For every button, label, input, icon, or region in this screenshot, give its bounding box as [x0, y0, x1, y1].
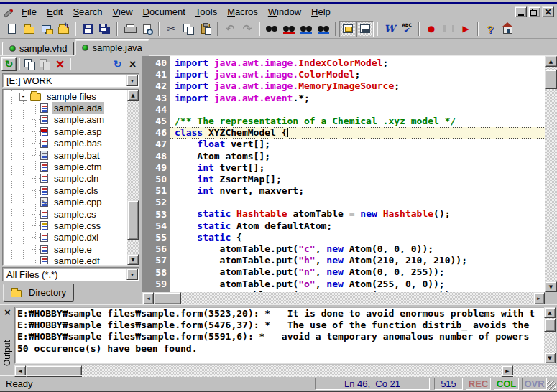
scroll-up-button[interactable] — [544, 307, 556, 318]
code-line-44[interactable] — [170, 104, 545, 116]
code-line-58[interactable]: atomTable.put("n", new Atom(0, 0, 255)); — [170, 266, 545, 278]
chevron-down-icon[interactable] — [126, 269, 138, 280]
output-vertical-scrollbar[interactable] — [544, 307, 556, 363]
new-document-button[interactable] — [3, 21, 20, 37]
code-line-49[interactable]: int tvert[]; — [170, 162, 545, 174]
output-line[interactable]: 50 occurence(s) have been found. — [17, 343, 543, 355]
drive-selector[interactable]: [E:] WORK — [2, 73, 139, 88]
pause-macro-button[interactable] — [440, 21, 457, 37]
toggle-output-window-button[interactable] — [356, 21, 374, 37]
tree-item-sample.css[interactable]: sample.css — [4, 220, 126, 231]
output-line[interactable]: E:₩HOBBY₩sample files₩sample.form(5476,3… — [17, 319, 543, 331]
save-button[interactable] — [79, 21, 96, 37]
scroll-up-button[interactable] — [545, 56, 557, 67]
code-line-48[interactable]: Atom atoms[]; — [170, 151, 545, 162]
scroll-down-button[interactable] — [545, 281, 557, 292]
tree-item-sample.bat[interactable]: sample.bat — [4, 149, 126, 161]
scrollbar-track[interactable] — [142, 292, 545, 304]
toggle-directory-window-button[interactable] — [339, 21, 356, 37]
code-line-41[interactable]: import java.awt.image.ColorModel; — [170, 69, 545, 80]
tree-item-sample.asp[interactable]: sample.asp — [4, 126, 126, 137]
output-content[interactable]: E:₩HOBBY₩sample files₩sample.form(3523,2… — [14, 307, 556, 364]
replace-button[interactable] — [280, 21, 298, 37]
code-view[interactable]: import java.awt.image.IndexColorModel;im… — [170, 56, 545, 292]
editor-horizontal-scrollbar[interactable] — [142, 292, 545, 304]
close-output-icon[interactable]: × — [4, 307, 11, 317]
code-line-56[interactable]: atomTable.put("c", new Atom(0, 0, 0)); — [170, 243, 545, 255]
code-line-54[interactable]: static Atom defaultAtom; — [170, 220, 545, 232]
document-system-menu-icon[interactable] — [2, 7, 14, 17]
save-all-button[interactable] — [96, 21, 114, 37]
code-line-50[interactable]: int ZsortMap[]; — [170, 174, 545, 185]
menu-document[interactable]: Document — [138, 5, 190, 19]
undo-button[interactable] — [221, 21, 239, 37]
code-line-47[interactable]: float vert[]; — [170, 139, 545, 150]
tab-directory[interactable]: Directory — [3, 284, 74, 302]
code-line-57[interactable]: atomTable.put("h", new Atom(210, 210, 21… — [170, 255, 545, 266]
output-line[interactable]: E:₩HOBBY₩sample files₩sample.form(3523,2… — [17, 308, 543, 319]
tab-sample.vhd[interactable]: sample.vhd — [2, 42, 74, 55]
collapse-icon[interactable]: - — [19, 93, 27, 101]
menu-help[interactable]: Help — [306, 5, 336, 19]
code-line-52[interactable] — [170, 197, 545, 208]
tree-folder-sample-files[interactable]: -sample files — [4, 90, 126, 102]
scrollbar-thumb[interactable] — [127, 200, 139, 240]
scroll-left-button[interactable] — [142, 292, 154, 304]
code-line-42[interactable]: import java.awt.image.MemoryImageSource; — [170, 80, 545, 92]
scroll-right-button[interactable] — [533, 292, 545, 304]
open-file-button[interactable] — [20, 21, 37, 37]
scrollbar-thumb[interactable] — [154, 292, 181, 304]
find-button[interactable] — [263, 21, 280, 37]
tree-vertical-scrollbar[interactable] — [127, 90, 139, 265]
tree-item-sample.ada[interactable]: sample.ada — [4, 102, 126, 113]
editor-vertical-scrollbar[interactable] — [545, 56, 557, 292]
code-line-59[interactable]: atomTable.put("o", new Atom(255, 0, 0)); — [170, 279, 545, 290]
tree-item-sample.dxl[interactable]: sample.dxl — [4, 232, 126, 243]
line-number-gutter[interactable]: 4041424344454647484950515253545556575859… — [142, 56, 170, 292]
spell-check-button[interactable] — [398, 21, 415, 37]
scroll-down-button[interactable] — [544, 353, 556, 363]
tree-item-sample.bas[interactable]: sample.bas — [4, 138, 126, 149]
code-line-51[interactable]: int nvert, maxvert; — [170, 185, 545, 197]
play-macro-button[interactable] — [457, 21, 474, 37]
tab-sample.java[interactable]: sample.java — [75, 39, 149, 56]
scrollbar-thumb[interactable] — [544, 319, 556, 332]
scrollbar-track[interactable] — [545, 56, 557, 292]
scroll-up-button[interactable] — [127, 90, 139, 101]
tree-item-sample.edf[interactable]: sample.edf — [4, 255, 126, 264]
code-line-53[interactable]: static Hashtable atomTable = new Hashtab… — [170, 208, 545, 220]
refresh-button[interactable] — [110, 57, 125, 71]
menu-view[interactable]: View — [108, 5, 138, 19]
help-button[interactable] — [482, 21, 499, 37]
menu-file[interactable]: File — [17, 5, 42, 19]
close-button[interactable] — [542, 6, 554, 17]
print-preview-button[interactable] — [138, 21, 155, 37]
save-to-remote-button[interactable] — [55, 21, 72, 37]
print-button[interactable] — [121, 21, 138, 37]
find-next-button[interactable] — [298, 21, 315, 37]
close-directory-button[interactable] — [125, 57, 140, 71]
code-line-43[interactable]: import java.awt.event.*; — [170, 93, 545, 104]
tree-item-sample.e[interactable]: sample.e — [4, 243, 126, 255]
resize-grip[interactable] — [547, 381, 556, 390]
find-prev-button[interactable] — [315, 21, 332, 37]
code-editor[interactable]: 4041424344454647484950515253545556575859… — [142, 56, 557, 304]
move-file-button[interactable] — [37, 57, 52, 71]
tree-item-sample.cln[interactable]: sample.cln — [4, 173, 126, 185]
code-line-46[interactable]: class XYZChemModel { — [170, 127, 545, 139]
code-line-40[interactable]: import java.awt.image.IndexColorModel; — [170, 57, 545, 69]
menu-edit[interactable]: Edit — [42, 5, 68, 19]
delete-file-button[interactable] — [52, 57, 68, 71]
paste-button[interactable] — [197, 21, 214, 37]
code-line-55[interactable]: static { — [170, 232, 545, 243]
code-line-45[interactable]: /** The representation of a Chemical .xy… — [170, 116, 545, 127]
output-line[interactable]: E:₩HOBBY₩sample files₩sample.form(5591,6… — [17, 331, 543, 342]
scrollbar-thumb[interactable] — [545, 70, 557, 89]
minimize-button[interactable] — [515, 6, 527, 17]
filter-selector[interactable]: All Files (*.*) — [2, 267, 139, 281]
menu-tools[interactable]: Tools — [190, 5, 222, 19]
redo-button[interactable] — [239, 21, 256, 37]
sync-button[interactable] — [1, 57, 17, 71]
copy-file-button[interactable] — [22, 57, 37, 71]
record-macro-button[interactable] — [423, 21, 440, 37]
